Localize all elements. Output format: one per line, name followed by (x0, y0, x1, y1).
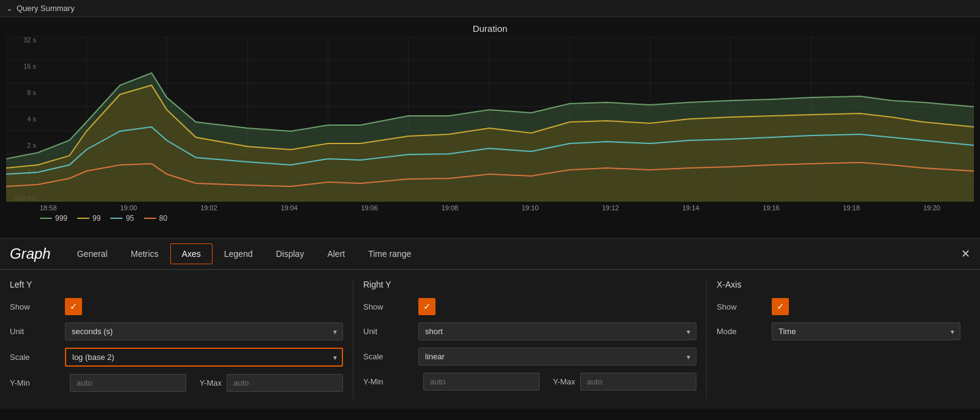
x-axis-mode-label: Mode (717, 327, 772, 336)
close-button[interactable]: ✕ (961, 247, 970, 261)
x-label-1902: 19:02 (200, 204, 217, 212)
tab-general[interactable]: General (66, 243, 119, 264)
right-y-scale-row: Scale linear log (base 2) log (base 10) … (363, 348, 696, 365)
right-y-unit-label: Unit (363, 327, 418, 336)
left-y-show-row: Show ✓ (10, 298, 343, 315)
left-y-column: Left Y Show ✓ Unit seconds (s) milliseco… (10, 280, 353, 399)
x-axis-show-label: Show (717, 302, 772, 311)
left-y-unit-row: Unit seconds (s) milliseconds (ms) minut… (10, 323, 343, 340)
left-y-show-checkbox[interactable]: ✓ (65, 298, 82, 315)
chart-container: Duration 32 s 16 s 8 s 4 s 2 s 1 s 500 m… (0, 17, 980, 238)
x-axis-show-row: Show ✓ (717, 298, 960, 315)
axes-settings: Left Y Show ✓ Unit seconds (s) milliseco… (0, 270, 980, 409)
chart-title: Duration (6, 23, 974, 34)
tab-alert[interactable]: Alert (315, 243, 356, 264)
panel-header: Graph General Metrics Axes Legend Displa… (0, 239, 980, 270)
legend-line-99 (77, 218, 89, 219)
x-label-1918: 19:18 (843, 204, 860, 212)
legend-line-80 (144, 218, 156, 219)
x-label-1906: 19:06 (361, 204, 379, 212)
left-y-ymax-input[interactable] (227, 374, 343, 392)
left-y-minmax-row: Y-Min Y-Max (10, 374, 343, 392)
legend-item-99: 99 (77, 214, 100, 223)
right-y-column: Right Y Show ✓ Unit short long none ▼ Sc… (353, 280, 707, 399)
legend-item-999: 999 (40, 214, 67, 223)
x-label-1912: 19:12 (602, 204, 619, 212)
tab-time-range[interactable]: Time range (356, 243, 423, 264)
legend-label-99: 99 (92, 214, 100, 223)
right-y-minmax-row: Y-Min Y-Max (363, 373, 696, 391)
graph-panel: Graph General Metrics Axes Legend Displa… (0, 238, 980, 409)
left-y-unit-select[interactable]: seconds (s) milliseconds (ms) minutes (m… (65, 323, 343, 340)
tab-legend[interactable]: Legend (213, 243, 265, 264)
legend-line-95 (110, 218, 123, 219)
left-y-ymin-label: Y-Min (10, 378, 65, 388)
right-y-ymax-label: Y-Max (545, 377, 575, 386)
x-label-1910: 19:10 (522, 204, 539, 212)
left-y-ymin-input[interactable] (70, 374, 186, 392)
right-y-unit-row: Unit short long none ▼ (363, 323, 696, 340)
right-y-ymin-label: Y-Min (363, 377, 418, 386)
legend-label-80: 80 (159, 214, 167, 223)
tab-display[interactable]: Display (264, 243, 315, 264)
left-y-scale-input[interactable] (65, 348, 343, 367)
left-y-unit-wrapper: seconds (s) milliseconds (ms) minutes (m… (65, 323, 343, 340)
tab-axes[interactable]: Axes (170, 243, 213, 264)
legend-label-95: 95 (126, 214, 134, 223)
left-y-title: Left Y (10, 280, 343, 289)
legend-line-999 (40, 218, 52, 219)
x-axis-mode-row: Mode Time Series Histogram ▼ (717, 323, 960, 340)
right-y-show-checkbox[interactable]: ✓ (418, 298, 435, 315)
right-y-show-label: Show (363, 302, 418, 311)
x-axis-mode-select[interactable]: Time Series Histogram (772, 323, 960, 340)
left-y-scale-row: Scale ▼ (10, 348, 343, 367)
right-y-unit-select[interactable]: short long none (418, 323, 696, 340)
chart-legend: 999 99 95 80 (6, 212, 974, 225)
x-axis-mode-wrapper: Time Series Histogram ▼ (772, 323, 960, 340)
x-label-1908: 19:08 (442, 204, 459, 212)
x-label-1900: 19:00 (120, 204, 137, 212)
legend-label-999: 999 (55, 214, 67, 223)
right-y-scale-label: Scale (363, 352, 418, 361)
left-y-scale-wrapper: ▼ (65, 348, 343, 367)
right-y-ymax-input[interactable] (580, 373, 696, 391)
x-label-1920: 19:20 (923, 204, 940, 212)
right-y-title: Right Y (363, 280, 696, 289)
right-y-scale-wrapper: linear log (base 2) log (base 10) ▼ (418, 348, 696, 365)
left-y-show-label: Show (10, 302, 65, 311)
left-y-scale-label: Scale (10, 353, 65, 362)
x-label-1914: 19:14 (682, 204, 699, 212)
legend-item-95: 95 (110, 214, 134, 223)
panel-title: Graph (10, 245, 51, 262)
legend-item-80: 80 (144, 214, 167, 223)
left-y-ymax-label: Y-Max (191, 378, 222, 388)
chevron-down-icon: ⌄ (6, 4, 13, 13)
right-y-ymin-input[interactable] (423, 373, 540, 391)
query-summary-header: ⌄ Query Summary (0, 0, 980, 17)
x-axis-column: X-Axis Show ✓ Mode Time Series Histogram… (707, 280, 970, 399)
tab-metrics[interactable]: Metrics (119, 243, 170, 264)
x-label-1858: 18:58 (40, 204, 57, 212)
x-label-1916: 19:16 (763, 204, 780, 212)
x-axis-title: X-Axis (717, 280, 960, 289)
x-axis-labels: 18:58 19:00 19:02 19:04 19:06 19:08 19:1… (6, 202, 974, 212)
query-summary-label: Query Summary (17, 4, 75, 13)
x-axis-show-checkbox[interactable]: ✓ (772, 298, 789, 315)
x-label-1904: 19:04 (281, 204, 298, 212)
right-y-unit-wrapper: short long none ▼ (418, 323, 696, 340)
left-y-unit-label: Unit (10, 327, 65, 336)
right-y-scale-select[interactable]: linear log (base 2) log (base 10) (418, 348, 696, 365)
chart-svg (6, 36, 974, 202)
right-y-show-row: Show ✓ (363, 298, 696, 315)
